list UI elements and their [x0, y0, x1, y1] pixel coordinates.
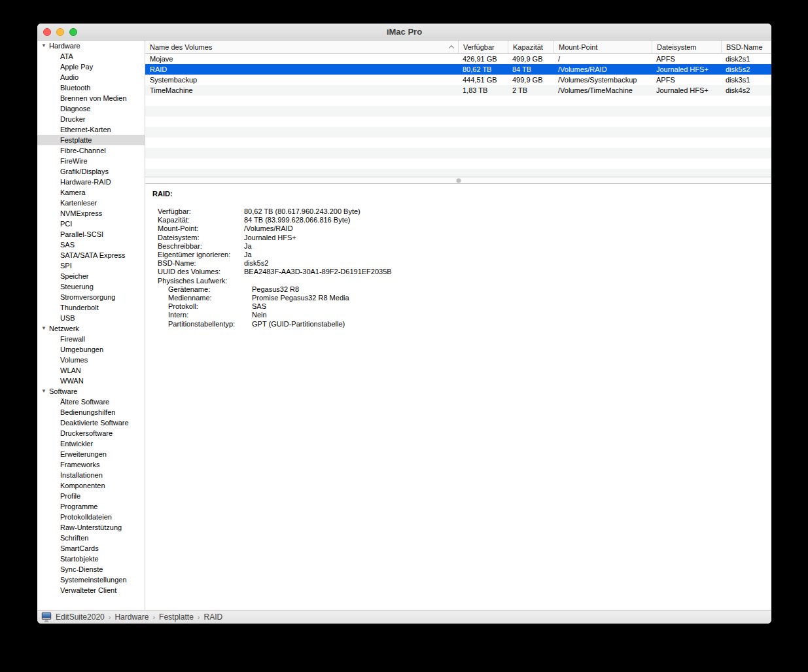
cell-mount-point: / — [553, 54, 652, 64]
statusbar: EditSuite2020›Hardware›Festplatte›RAID — [37, 610, 771, 624]
sidebar-item-grafik-displays[interactable]: Grafik/Displays — [37, 166, 145, 177]
sidebar-item-hardware-raid[interactable]: Hardware-RAID — [37, 177, 145, 187]
sidebar-section-software[interactable]: ▼Software — [37, 386, 145, 397]
disclosure-triangle-icon[interactable]: ▼ — [41, 386, 49, 397]
sidebar-item-apple-pay[interactable]: Apple Pay — [37, 62, 145, 72]
cell-name-des-volumes: Mojave — [145, 54, 458, 64]
sidebar-item-festplatte[interactable]: Festplatte — [37, 135, 145, 145]
sidebar-item-drucker[interactable]: Drucker — [37, 114, 145, 124]
detail-heading: RAID: — [152, 190, 764, 198]
detail-field-label: Beschreibbar: — [158, 242, 244, 251]
sidebar-item-erweiterungen[interactable]: Erweiterungen — [37, 449, 145, 459]
sidebar-item-verwalteter-client[interactable]: Verwalteter Client — [37, 585, 145, 595]
sidebar-item-volumes[interactable]: Volumes — [37, 355, 145, 365]
disclosure-triangle-icon[interactable]: ▼ — [41, 41, 49, 51]
cell-name-des-volumes: TimeMachine — [145, 85, 458, 96]
sidebar-item-bedienungshilfen[interactable]: Bedienungshilfen — [37, 407, 145, 417]
sidebar-item-kamera[interactable]: Kamera — [37, 187, 145, 198]
sidebar-item-schriften[interactable]: Schriften — [37, 533, 145, 543]
sidebar-item-startobjekte[interactable]: Startobjekte — [37, 554, 145, 564]
sidebar-item-wwan[interactable]: WWAN — [37, 376, 145, 386]
sidebar-item-fibre-channel[interactable]: Fibre-Channel — [37, 145, 145, 156]
detail-field-label: Gerätename: — [168, 285, 252, 294]
sort-ascending-icon — [449, 45, 454, 50]
detail-field-label: Partitionstabellentyp: — [168, 320, 252, 328]
column-header-label: Kapazität — [513, 43, 543, 51]
sidebar-item-komponenten[interactable]: Komponenten — [37, 480, 145, 491]
detail-field-label: Protokoll: — [168, 302, 252, 311]
column-header-mount-point[interactable]: Mount-Point — [553, 41, 652, 53]
detail-field-verfügbar: Verfügbar:80,62 TB (80.617.960.243.200 B… — [152, 207, 764, 216]
sidebar-item-installationen[interactable]: Installationen — [37, 470, 145, 480]
pane-splitter[interactable] — [145, 177, 771, 184]
sidebar-item-sata-sata-express[interactable]: SATA/SATA Express — [37, 250, 145, 260]
sidebar-item-systemeinstellungen[interactable]: Systemeinstellungen — [37, 575, 145, 585]
sidebar-item-pci[interactable]: PCI — [37, 219, 145, 229]
sidebar-item-parallel-scsi[interactable]: Parallel-SCSI — [37, 229, 145, 239]
column-header-kapazität[interactable]: Kapazität — [508, 41, 553, 53]
sidebar-item-sas[interactable]: SAS — [37, 239, 145, 250]
volume-row-mojave[interactable]: Mojave426,91 GB499,9 GB/APFSdisk2s1 — [145, 54, 771, 64]
sidebar-item-nvmexpress[interactable]: NVMExpress — [37, 208, 145, 219]
sidebar-item-wlan[interactable]: WLAN — [37, 365, 145, 376]
sidebar-item-bluetooth[interactable]: Bluetooth — [37, 82, 145, 93]
sidebar-item-spi[interactable]: SPI — [37, 260, 145, 271]
sidebar-item-firewire[interactable]: FireWire — [37, 156, 145, 166]
sidebar-item-firewall[interactable]: Firewall — [37, 334, 145, 344]
sidebar-section-netzwerk[interactable]: ▼Netzwerk — [37, 323, 145, 334]
sidebar-item-diagnose[interactable]: Diagnose — [37, 103, 145, 114]
sidebar-item-thunderbolt[interactable]: Thunderbolt — [37, 302, 145, 313]
detail-field-label: UUID des Volumes: — [158, 268, 244, 276]
cell-dateisystem: Journaled HFS+ — [652, 64, 721, 75]
detail-field-beschreibbar: Beschreibbar:Ja — [152, 242, 764, 251]
detail-field-value: Pegasus32 R8 — [252, 285, 299, 294]
cell-mount-point: /Volumes/RAID — [553, 64, 652, 75]
sidebar-item-entwickler[interactable]: Entwickler — [37, 438, 145, 449]
disclosure-triangle-icon[interactable]: ▼ — [41, 323, 49, 334]
volume-row-raid[interactable]: RAID80,62 TB84 TB/Volumes/RAIDJournaled … — [145, 64, 771, 75]
sidebar-item-programme[interactable]: Programme — [37, 501, 145, 512]
splitter-handle-icon[interactable] — [456, 178, 461, 183]
detail-field-value: Nein — [252, 311, 267, 319]
sidebar-item-kartenleser[interactable]: Kartenleser — [37, 198, 145, 208]
column-header-verfügbar[interactable]: Verfügbar — [458, 41, 508, 53]
cell-dateisystem: APFS — [652, 54, 721, 64]
sidebar-item-ethernet-karten[interactable]: Ethernet-Karten — [37, 124, 145, 135]
detail-field-value: Promise Pegasus32 R8 Media — [252, 294, 349, 302]
sidebar-item-deaktivierte-software[interactable]: Deaktivierte Software — [37, 417, 145, 428]
sidebar-item-speicher[interactable]: Speicher — [37, 271, 145, 281]
detail-field-label: BSD-Name: — [158, 259, 244, 268]
sidebar-item-usb[interactable]: USB — [37, 313, 145, 323]
sidebar-item-steuerung[interactable]: Steuerung — [37, 281, 145, 292]
column-header-bsd-name[interactable]: BSD-Name — [721, 41, 771, 53]
breadcrumb-separator: › — [109, 613, 111, 621]
cell-kapazität: 499,9 GB — [508, 54, 553, 64]
cell-bsd-name: disk4s2 — [721, 85, 771, 96]
sidebar-item-ältere-software[interactable]: Ältere Software — [37, 397, 145, 407]
detail-field-value: BEA2483F-AA3D-30A1-89F2-D6191EF2035B — [244, 268, 392, 276]
sidebar-section-hardware[interactable]: ▼Hardware — [37, 41, 145, 51]
sidebar-item-profile[interactable]: Profile — [37, 491, 145, 501]
sidebar-item-audio[interactable]: Audio — [37, 72, 145, 82]
detail-field-value: Ja — [244, 242, 252, 251]
sidebar-item-protokolldateien[interactable]: Protokolldateien — [37, 512, 145, 522]
column-header-name-des-volumes[interactable]: Name des Volumes — [145, 41, 458, 53]
volume-row-timemachine[interactable]: TimeMachine1,83 TB2 TB/Volumes/TimeMachi… — [145, 85, 771, 96]
sidebar-item-smartcards[interactable]: SmartCards — [37, 543, 145, 554]
detail-field-mount-point: Mount-Point:/Volumes/RAID — [152, 224, 764, 233]
detail-fields: Verfügbar:80,62 TB (80.617.960.243.200 B… — [152, 207, 764, 328]
sidebar-item-raw-unterstützung[interactable]: Raw-Unterstützung — [37, 522, 145, 533]
sidebar-item-umgebungen[interactable]: Umgebungen — [37, 344, 145, 355]
content-pane: Name des VolumesVerfügbarKapazitätMount-… — [145, 41, 771, 610]
detail-field-protokoll: Protokoll:SAS — [152, 302, 764, 311]
sidebar-item-sync-dienste[interactable]: Sync-Dienste — [37, 564, 145, 575]
sidebar-item-frameworks[interactable]: Frameworks — [37, 459, 145, 470]
detail-field-label: Physisches Laufwerk: — [158, 277, 244, 285]
sidebar-item-ata[interactable]: ATA — [37, 51, 145, 62]
column-header-dateisystem[interactable]: Dateisystem — [652, 41, 721, 53]
volume-row-systembackup[interactable]: Systembackup444,51 GB499,9 GB/Volumes/Sy… — [145, 75, 771, 85]
sidebar-item-stromversorgung[interactable]: Stromversorgung — [37, 292, 145, 302]
sidebar-item-druckersoftware[interactable]: Druckersoftware — [37, 428, 145, 438]
sidebar-item-brennen-von-medien[interactable]: Brennen von Medien — [37, 93, 145, 103]
table-empty-area[interactable] — [145, 96, 771, 177]
